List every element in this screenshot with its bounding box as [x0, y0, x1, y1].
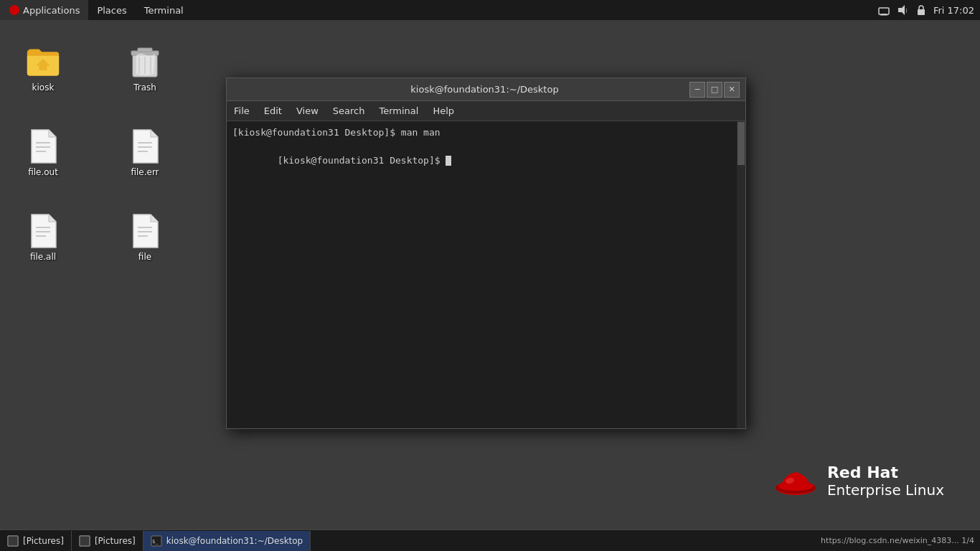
folder-image [26, 44, 60, 79]
file-label: file [136, 251, 154, 263]
redhat-text: Red Hat Enterprise Linux [827, 463, 944, 499]
terminal-line-1: [kiosk@foundation31 Desktop]$ man man [232, 126, 740, 140]
terminal-titlebar: kiosk@foundation31:~/Desktop − □ ✕ [227, 78, 745, 101]
terminal-line-2: [kiosk@foundation31 Desktop]$ [232, 140, 740, 182]
taskbar-terminal-icon: $_ [151, 535, 162, 547]
taskbar-item-pictures-2[interactable]: [Pictures] [72, 531, 143, 551]
applications-label: Applications [23, 5, 80, 16]
close-button[interactable]: ✕ [724, 82, 740, 98]
file-image [128, 214, 162, 248]
desktop: kiosk Trash [0, 20, 980, 531]
file-all-image [26, 214, 60, 248]
top-panel: Applications Places Terminal ) Fri 17:02 [0, 0, 980, 20]
terminal-menu-terminal-label: Terminal [379, 105, 418, 116]
terminal-prompt: [kiosk@foundation31 Desktop]$ [278, 155, 446, 166]
terminal-menu-edit[interactable]: Edit [257, 101, 289, 121]
taskbar-icon-2 [79, 535, 90, 547]
folder-svg [26, 44, 60, 79]
svg-rect-32 [80, 536, 90, 546]
terminal-controls: − □ ✕ [689, 82, 740, 98]
terminal-cursor [446, 156, 451, 166]
lock-icon [915, 4, 928, 17]
redhat-logo: Red Hat Enterprise Linux [774, 459, 944, 502]
file-err-image [128, 129, 162, 164]
file-icon[interactable]: file [116, 211, 174, 265]
svg-text:): ) [905, 8, 908, 14]
svg-rect-30 [8, 536, 18, 546]
file-err-svg [131, 128, 159, 164]
terminal-scrollbar-thumb [738, 122, 745, 165]
redhat-hat-icon [774, 459, 817, 502]
terminal-body[interactable]: [kiosk@foundation31 Desktop]$ man man [k… [227, 121, 745, 428]
taskbar: [Pictures] [Pictures] $_ kiosk@foundatio… [0, 529, 980, 551]
svg-point-27 [778, 482, 813, 491]
svg-marker-4 [898, 5, 905, 15]
terminal-menu-view[interactable]: View [289, 101, 326, 121]
applications-menu[interactable]: Applications [0, 0, 88, 20]
trash-svg [129, 44, 161, 80]
svg-rect-3 [880, 14, 887, 16]
terminal-menu-help[interactable]: Help [425, 101, 461, 121]
file-err-icon[interactable]: file.err [116, 126, 174, 181]
terminal-menu-search[interactable]: Search [326, 101, 372, 121]
taskbar-label-terminal: kiosk@foundation31:~/Desktop [166, 536, 303, 546]
file-all-icon[interactable]: file.all [14, 211, 72, 265]
terminal-menubar: File Edit View Search Terminal Help [227, 101, 745, 121]
terminal-menu-file[interactable]: File [227, 101, 257, 121]
taskbar-label-1: [Pictures] [23, 536, 64, 546]
file-all-label: file.all [28, 251, 58, 263]
file-out-icon[interactable]: file.out [14, 126, 72, 181]
terminal-menu-edit-label: Edit [264, 105, 282, 116]
taskbar-item-terminal[interactable]: $_ kiosk@foundation31:~/Desktop [143, 531, 311, 551]
clock: Fri 17:02 [933, 5, 974, 16]
svg-rect-1 [879, 8, 889, 14]
taskbar-right: https://blog.csdn.ne/weixin_4383... 1/4 [821, 536, 980, 545]
svg-point-0 [9, 5, 19, 15]
terminal-menu-terminal[interactable]: Terminal [372, 101, 425, 121]
file-err-label: file.err [128, 166, 161, 178]
svg-text:$_: $_ [152, 539, 159, 545]
trash-icon[interactable]: Trash [116, 42, 174, 96]
terminal-menu-file-label: File [234, 105, 250, 116]
panel-left: Applications Places Terminal [0, 0, 192, 20]
maximize-button[interactable]: □ [707, 82, 722, 98]
kiosk-label: kiosk [30, 82, 57, 93]
applications-icon [9, 4, 20, 16]
taskbar-icon-1 [7, 535, 19, 547]
terminal-window: kiosk@foundation31:~/Desktop − □ ✕ File … [226, 77, 746, 429]
file-out-label: file.out [26, 166, 60, 178]
terminal-label: Terminal [144, 5, 184, 16]
trash-label: Trash [131, 82, 159, 93]
terminal-menu-search-label: Search [333, 105, 365, 116]
terminal-menu[interactable]: Terminal [136, 0, 192, 20]
terminal-menu-help-label: Help [433, 105, 454, 116]
taskbar-label-2: [Pictures] [95, 536, 136, 546]
file-out-image [26, 129, 60, 164]
trash-image [128, 44, 162, 79]
file-out-svg [29, 128, 57, 164]
kiosk-folder-icon[interactable]: kiosk [14, 42, 72, 96]
file-svg [131, 213, 159, 249]
panel-right: ) Fri 17:02 [877, 4, 980, 17]
taskbar-item-pictures-1[interactable]: [Pictures] [0, 531, 72, 551]
places-label: Places [97, 5, 126, 16]
terminal-scrollbar[interactable] [737, 121, 745, 428]
network-icon [877, 4, 890, 17]
redhat-line1: Red Hat [827, 463, 898, 481]
volume-icon: ) [896, 4, 909, 17]
svg-rect-9 [138, 48, 152, 52]
taskbar-url: https://blog.csdn.ne/weixin_4383... 1/4 [821, 536, 974, 545]
terminal-title: kiosk@foundation31:~/Desktop [280, 84, 689, 95]
svg-rect-6 [918, 9, 925, 15]
file-all-svg [29, 213, 57, 249]
places-menu[interactable]: Places [88, 0, 135, 20]
minimize-button[interactable]: − [689, 82, 705, 98]
terminal-menu-view-label: View [296, 105, 319, 116]
redhat-line2: Enterprise Linux [827, 481, 944, 499]
